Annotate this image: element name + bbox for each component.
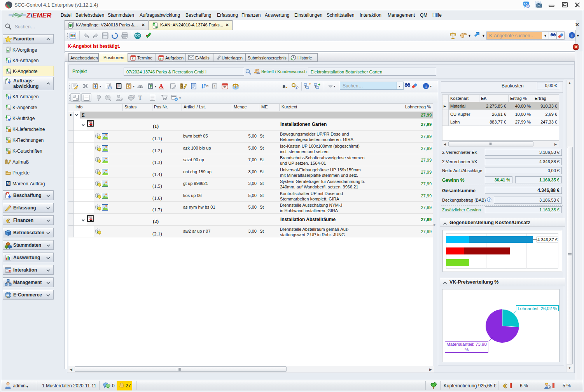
svg-text:1: 1 [213,84,215,88]
svg-text:?: ? [133,95,134,98]
svg-text:i: i [425,84,427,89]
svg-text:ZiEMER: ZiEMER [26,12,52,19]
svg-text:M: M [7,181,10,186]
svg-text:%: % [8,71,11,74]
svg-text:?: ? [527,5,529,8]
svg-text:31: 31 [223,85,227,89]
svg-text:i: i [296,86,297,90]
svg-text:€: € [7,217,10,224]
svg-text:?: ? [8,59,10,63]
svg-text:?: ? [8,96,10,99]
svg-text:€: € [128,85,130,89]
svg-text:a: a [282,83,285,89]
svg-text:€: € [504,382,507,390]
svg-text:31: 31 [132,57,135,60]
svg-text:%: % [206,84,208,87]
svg-text:%: % [7,107,10,110]
svg-text:i: i [489,198,490,202]
